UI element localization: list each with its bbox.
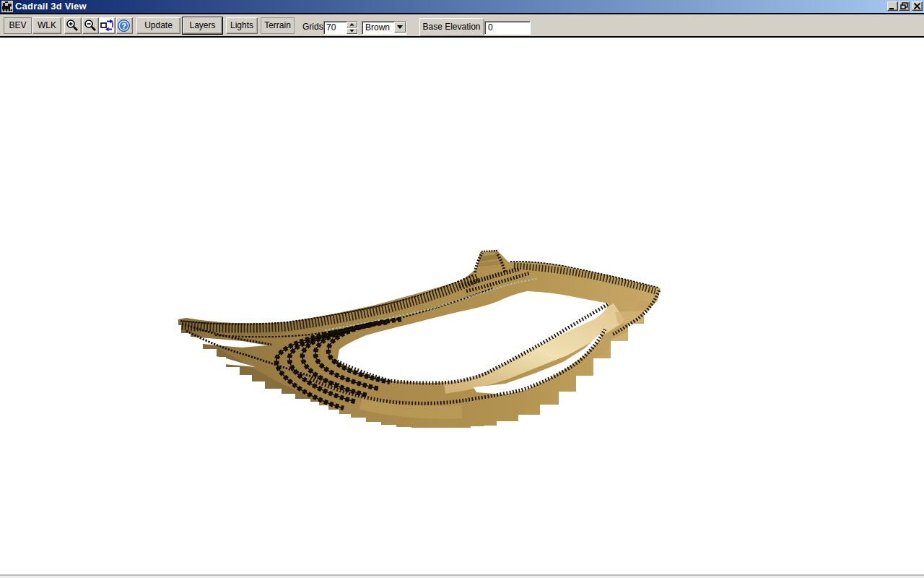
svg-text:?: ?: [121, 22, 126, 30]
